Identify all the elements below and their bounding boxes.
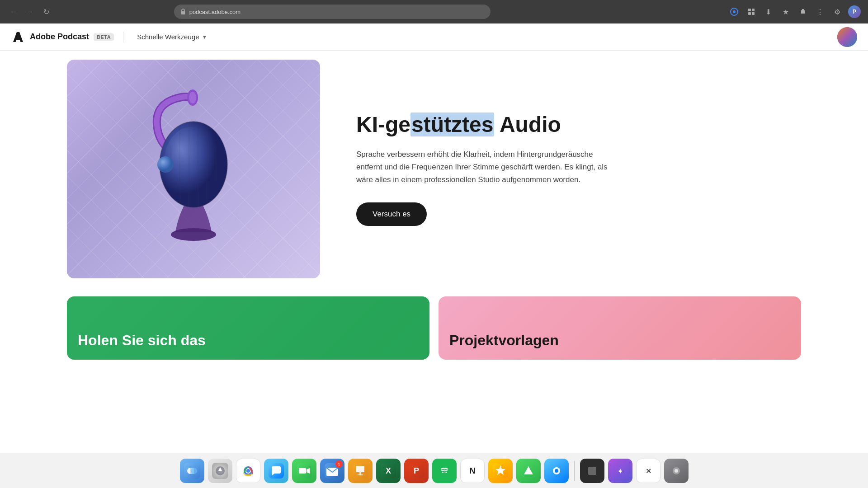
pink-card-title: Projektvorlagen (449, 332, 559, 349)
svg-rect-43 (358, 474, 363, 475)
dock-chrome[interactable] (236, 459, 260, 483)
svg-marker-52 (524, 466, 533, 474)
hero-image (67, 60, 320, 278)
dock-messages[interactable] (264, 459, 288, 483)
reload-button[interactable]: ↻ (40, 5, 52, 18)
svg-text:P: P (845, 33, 849, 41)
svg-rect-3 (748, 9, 751, 11)
hero-title: KI-gestütztes Audio (356, 112, 609, 137)
dock-dark-app[interactable] (580, 459, 604, 483)
navbar-right: P (837, 27, 857, 47)
svg-point-10 (171, 228, 216, 241)
svg-rect-55 (588, 467, 596, 475)
svg-point-12 (189, 92, 196, 103)
adobe-logo-area: Adobe Podcast BETA (11, 30, 114, 44)
nav-divider (123, 32, 123, 42)
green-card[interactable]: Holen Sie sich das (67, 296, 429, 360)
dock-excel[interactable]: X (376, 459, 401, 483)
svg-point-22 (157, 156, 174, 173)
sidebar-icon[interactable]: ⋮ (814, 5, 826, 18)
svg-rect-5 (748, 12, 751, 15)
dock-launchpad[interactable] (208, 459, 232, 483)
svg-text:N: N (469, 466, 475, 475)
address-bar[interactable]: podcast.adobe.com (174, 5, 491, 19)
browser-chrome: ← → ↻ podcast.adobe.com ⬇ ★ ⋮ ⚙ P (0, 0, 868, 23)
hero-title-part2: Audio (494, 113, 561, 136)
beta-badge: BETA (94, 33, 114, 41)
svg-text:✕: ✕ (645, 467, 651, 475)
dock-purple-app[interactable]: ✦ (608, 459, 632, 483)
schnelle-werkzeuge-button[interactable]: Schnelle Werkzeuge ▼ (132, 30, 212, 43)
dock-star[interactable] (488, 459, 513, 483)
bookmark-icon[interactable]: ★ (779, 5, 792, 18)
dock-green-app[interactable] (516, 459, 541, 483)
hero-title-highlighted: stütztes (410, 113, 494, 136)
green-card-title: Holen Sie sich das (78, 332, 206, 349)
dock-notion[interactable]: N (460, 459, 485, 483)
hero-title-part1: KI-ge (356, 113, 410, 136)
dock-system-app[interactable] (664, 459, 689, 483)
svg-text:✦: ✦ (618, 468, 623, 475)
microphone-3d-graphic (67, 60, 320, 278)
try-button[interactable]: Versuch es (356, 202, 427, 226)
adobe-navbar: Adobe Podcast BETA Schnelle Werkzeuge ▼ … (0, 23, 868, 51)
dock-spotify[interactable] (432, 459, 457, 483)
svg-rect-0 (181, 11, 185, 14)
extensions2-icon[interactable] (797, 5, 809, 18)
dock-finder[interactable] (180, 459, 204, 483)
dock-mail[interactable]: 1 (320, 459, 344, 483)
app-name: Adobe Podcast (30, 32, 89, 42)
dock-white-x-app[interactable]: ✕ (636, 459, 660, 483)
svg-rect-6 (752, 12, 755, 15)
browser-icons-right: ⬇ ★ ⋮ ⚙ P (728, 5, 861, 18)
lock-icon (180, 9, 186, 15)
adobe-logo-icon (11, 30, 25, 44)
svg-rect-42 (359, 472, 361, 474)
svg-text:X: X (385, 466, 391, 475)
chevron-down-icon: ▼ (202, 34, 207, 40)
svg-point-8 (837, 27, 857, 47)
cards-section: Holen Sie sich das Projektvorlagen (0, 296, 868, 360)
user-avatar-app[interactable]: P (837, 27, 857, 47)
hero-text-area: KI-gestütztes Audio Sprache verbessern e… (356, 112, 609, 225)
browser-user-avatar[interactable]: P (848, 5, 861, 18)
svg-rect-36 (299, 468, 306, 474)
main-content: KI-gestütztes Audio Sprache verbessern e… (0, 51, 868, 360)
svg-point-54 (555, 469, 558, 473)
forward-button[interactable]: → (24, 5, 36, 18)
svg-rect-26 (190, 468, 194, 474)
pink-card[interactable]: Projektvorlagen (439, 296, 801, 360)
dock-blue-app[interactable] (544, 459, 569, 483)
downloads-icon[interactable]: ⬇ (762, 5, 775, 18)
svg-point-48 (438, 465, 451, 477)
dock-separator (574, 461, 575, 481)
dock-powerpoint[interactable]: P (404, 459, 429, 483)
svg-point-33 (246, 469, 250, 473)
extensions-icon[interactable] (745, 5, 758, 18)
back-button[interactable]: ← (7, 5, 20, 18)
schnelle-werkzeuge-label: Schnelle Werkzeuge (137, 33, 199, 41)
url-text: podcast.adobe.com (189, 9, 241, 15)
hero-section: KI-gestütztes Audio Sprache verbessern e… (0, 51, 868, 296)
google-search-icon[interactable] (728, 5, 741, 18)
profile-icon[interactable]: ⚙ (831, 5, 844, 18)
svg-rect-4 (752, 9, 755, 11)
svg-point-59 (675, 469, 678, 473)
dock-facetime[interactable] (292, 459, 316, 483)
mail-badge: 1 (335, 460, 343, 468)
svg-text:P: P (413, 466, 419, 475)
hero-description: Sprache verbessern erhöht die Klarheit, … (356, 148, 609, 186)
svg-point-2 (733, 10, 736, 13)
dock: 1 X (0, 453, 868, 488)
dock-keynote[interactable] (348, 459, 373, 483)
svg-rect-41 (356, 466, 364, 472)
browser-nav-buttons: ← → ↻ (7, 5, 52, 18)
